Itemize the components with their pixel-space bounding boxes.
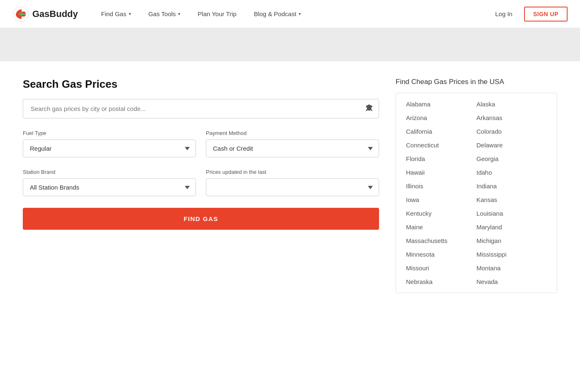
logo-text: GasBuddy (32, 9, 78, 19)
states-row: KentuckyLouisiana (396, 207, 557, 220)
states-row: ArizonaArkansas (396, 111, 557, 125)
states-row: MinnesotaMississippi (396, 248, 557, 261)
station-brand-group: Station Brand All Station Brands Shell B… (23, 169, 196, 196)
nav-gas-tools[interactable]: Gas Tools ▾ (142, 7, 187, 21)
states-panel: Find Cheap Gas Prices in the USA Alabama… (396, 78, 557, 293)
states-row: MassachusettsMichigan (396, 234, 557, 248)
locate-icon (365, 103, 373, 112)
search-title: Search Gas Prices (23, 78, 379, 91)
find-gas-chevron-icon: ▾ (129, 12, 131, 16)
state-link[interactable]: Colorado (476, 128, 547, 135)
state-link[interactable]: Delaware (476, 142, 547, 149)
state-link[interactable]: Idaho (476, 169, 547, 176)
blog-chevron-icon: ▾ (299, 12, 301, 16)
main-content: Search Gas Prices Fuel Type Regular Mid-… (10, 61, 570, 310)
state-link[interactable]: Maine (406, 224, 476, 231)
states-panel-title: Find Cheap Gas Prices in the USA (396, 78, 557, 86)
state-link[interactable]: Arizona (406, 114, 476, 121)
state-link[interactable]: California (406, 128, 476, 135)
payment-method-group: Payment Method Cash or Credit Cash Credi… (206, 130, 379, 157)
state-link[interactable]: Hawaii (406, 169, 476, 176)
search-input[interactable] (23, 99, 379, 118)
fuel-type-select[interactable]: Regular Mid-Grade Premium Diesel (23, 139, 196, 157)
state-link[interactable]: Massachusetts (406, 237, 476, 244)
signup-button[interactable]: SIGN UP (524, 7, 568, 22)
prices-updated-label: Prices updated in the last (206, 169, 379, 175)
state-link[interactable]: Florida (406, 155, 476, 162)
fuel-payment-row: Fuel Type Regular Mid-Grade Premium Dies… (23, 130, 379, 157)
logo-link[interactable]: GasBuddy (12, 6, 78, 22)
search-panel: Search Gas Prices Fuel Type Regular Mid-… (23, 78, 379, 293)
login-button[interactable]: Log In (490, 8, 517, 20)
state-link[interactable]: Georgia (476, 155, 547, 162)
state-link[interactable]: Louisiana (476, 210, 547, 217)
search-box-wrapper (23, 99, 379, 118)
state-link[interactable]: Montana (476, 265, 547, 272)
station-brand-label: Station Brand (23, 169, 196, 175)
state-link[interactable]: Alabama (406, 101, 476, 108)
states-row: AlabamaAlaska (396, 97, 557, 111)
nav-blog-podcast[interactable]: Blog & Podcast ▾ (247, 7, 308, 21)
state-link[interactable]: Arkansas (476, 114, 547, 121)
states-row: HawaiiIdaho (396, 166, 557, 179)
fuel-type-group: Fuel Type Regular Mid-Grade Premium Dies… (23, 130, 196, 157)
payment-method-label: Payment Method (206, 130, 379, 136)
states-row: ConnecticutDelaware (396, 138, 557, 152)
states-row: IllinoisIndiana (396, 179, 557, 193)
nav-find-gas[interactable]: Find Gas ▾ (94, 7, 138, 21)
state-link[interactable]: Kansas (476, 196, 547, 203)
state-link[interactable]: Connecticut (406, 142, 476, 149)
logo-icon (12, 6, 29, 22)
state-link[interactable]: Nebraska (406, 278, 476, 285)
states-row: FloridaGeorgia (396, 152, 557, 166)
state-link[interactable]: Maryland (476, 224, 547, 231)
gas-tools-chevron-icon: ▾ (178, 12, 180, 16)
locate-button[interactable] (365, 103, 373, 114)
state-link[interactable]: Mississippi (476, 251, 547, 258)
state-link[interactable]: Minnesota (406, 251, 476, 258)
state-link[interactable]: Nevada (476, 278, 547, 285)
state-link[interactable]: Missouri (406, 265, 476, 272)
nav-right: Log In SIGN UP (490, 7, 568, 22)
payment-method-select[interactable]: Cash or Credit Cash Credit (206, 139, 379, 157)
states-row: NebraskaNevada (396, 275, 557, 289)
nav-plan-trip[interactable]: Plan Your Trip (191, 7, 243, 21)
state-link[interactable]: Illinois (406, 183, 476, 190)
states-row: MissouriMontana (396, 261, 557, 275)
navbar: GasBuddy Find Gas ▾ Gas Tools ▾ Plan You… (0, 0, 580, 28)
prices-updated-select[interactable]: 1 hour 6 hours 12 hours 24 hours 48 hour… (206, 178, 379, 196)
states-row: MaineMaryland (396, 220, 557, 234)
states-box: AlabamaAlaskaArizonaArkansasCaliforniaCo… (396, 93, 557, 293)
hero-banner (0, 28, 580, 61)
state-link[interactable]: Kentucky (406, 210, 476, 217)
station-prices-row: Station Brand All Station Brands Shell B… (23, 169, 379, 196)
find-gas-button[interactable]: FIND GAS (23, 208, 379, 230)
states-row: IowaKansas (396, 193, 557, 207)
station-brand-select[interactable]: All Station Brands Shell BP Chevron Exxo… (23, 178, 196, 196)
states-row: CaliforniaColorado (396, 125, 557, 138)
state-link[interactable]: Iowa (406, 196, 476, 203)
state-link[interactable]: Alaska (476, 101, 547, 108)
prices-updated-group: Prices updated in the last 1 hour 6 hour… (206, 169, 379, 196)
state-link[interactable]: Michigan (476, 237, 547, 244)
state-link[interactable]: Indiana (476, 183, 547, 190)
nav-links: Find Gas ▾ Gas Tools ▾ Plan Your Trip Bl… (94, 7, 490, 21)
fuel-type-label: Fuel Type (23, 130, 196, 136)
